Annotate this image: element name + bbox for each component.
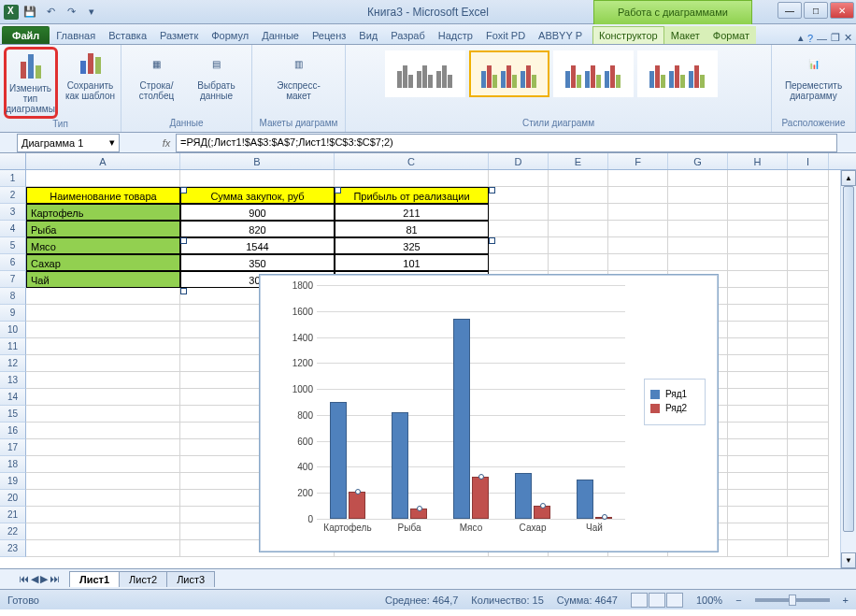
cell[interactable] [728, 254, 788, 271]
cell[interactable] [549, 187, 608, 204]
cell[interactable] [788, 523, 829, 540]
column-header[interactable]: C [335, 153, 489, 169]
row-header[interactable]: 16 [0, 423, 26, 439]
cell[interactable] [788, 221, 829, 237]
cell[interactable] [26, 423, 180, 439]
cell[interactable] [788, 507, 829, 523]
tab-конструктор[interactable]: Конструктор [592, 26, 664, 44]
cell[interactable] [608, 170, 668, 187]
tab-file[interactable]: Файл [2, 26, 50, 44]
bar-Ряд2[interactable] [472, 477, 489, 519]
cell[interactable] [788, 271, 829, 288]
cell[interactable] [728, 322, 788, 338]
cell[interactable] [180, 170, 335, 187]
zoom-in-button[interactable]: + [843, 595, 849, 606]
cell[interactable] [788, 490, 829, 507]
bar-group[interactable] [378, 285, 440, 519]
column-header[interactable]: D [489, 153, 549, 169]
cell[interactable] [668, 204, 728, 221]
chart-layouts-button[interactable]: ▥ Экспресс-макет [272, 47, 326, 103]
cell[interactable] [668, 170, 728, 187]
sheet-tab[interactable]: Лист1 [69, 571, 120, 587]
chevron-down-icon[interactable]: ▾ [109, 136, 115, 149]
cell[interactable] [26, 338, 180, 355]
cell[interactable] [26, 355, 180, 372]
cell[interactable] [26, 305, 180, 322]
cell[interactable] [668, 237, 728, 254]
cell[interactable] [335, 170, 489, 187]
row-header[interactable]: 12 [0, 355, 26, 372]
sheet-nav-last-icon[interactable]: ⏭ [50, 573, 60, 585]
tab-abbyy p[interactable]: ABBYY P [532, 26, 589, 44]
cell[interactable]: 350 [180, 254, 335, 271]
cell[interactable] [549, 221, 608, 237]
cell[interactable] [788, 338, 829, 355]
cell[interactable] [26, 170, 180, 187]
cell[interactable] [728, 204, 788, 221]
selection-handle[interactable] [180, 187, 187, 193]
minimize-ribbon-icon[interactable]: ▴ [798, 32, 804, 44]
tab-надстр[interactable]: Надстр [432, 26, 479, 44]
page-layout-view-button[interactable] [649, 593, 665, 608]
sheet-nav-first-icon[interactable]: ⏮ [19, 573, 29, 585]
chart-style-item[interactable] [385, 50, 465, 97]
row-header[interactable]: 15 [0, 406, 26, 423]
cell[interactable]: 900 [180, 204, 335, 221]
cell[interactable]: 820 [180, 221, 335, 237]
scroll-down-button[interactable]: ▼ [841, 552, 856, 568]
cell[interactable] [26, 540, 180, 557]
cell[interactable] [788, 288, 829, 305]
row-header[interactable]: 17 [0, 439, 26, 456]
row-header[interactable]: 14 [0, 389, 26, 406]
cell[interactable] [728, 338, 788, 355]
selection-handle[interactable] [489, 187, 495, 193]
row-header[interactable]: 13 [0, 372, 26, 389]
cell[interactable] [788, 439, 829, 456]
doc-restore-icon[interactable]: ❐ [831, 32, 840, 44]
cell[interactable] [788, 170, 829, 187]
help-icon[interactable]: ? [807, 33, 813, 44]
page-break-view-button[interactable] [666, 593, 683, 608]
scroll-thumb[interactable] [843, 186, 854, 532]
chart-legend[interactable]: Ряд1 Ряд2 [644, 379, 706, 425]
save-as-template-button[interactable]: Сохранить как шаблон [64, 47, 118, 103]
switch-row-column-button[interactable]: ▦ Строка/столбец [130, 47, 184, 103]
cell[interactable]: Мясо [26, 237, 180, 254]
cell[interactable]: 101 [335, 254, 489, 271]
cell[interactable] [728, 523, 788, 540]
cell[interactable] [489, 221, 549, 237]
cell[interactable] [608, 254, 668, 271]
row-header[interactable]: 21 [0, 507, 26, 523]
row-header[interactable]: 1 [0, 170, 26, 187]
cell[interactable] [728, 473, 788, 490]
row-header[interactable]: 19 [0, 473, 26, 490]
legend-item[interactable]: Ряд1 [650, 389, 699, 399]
maximize-button[interactable]: □ [804, 2, 828, 19]
worksheet-grid[interactable]: ABCDEFGHI 12Наименование товараСумма зак… [0, 153, 856, 568]
cell[interactable] [668, 254, 728, 271]
row-header[interactable]: 4 [0, 221, 26, 237]
row-header[interactable]: 6 [0, 254, 26, 271]
cell[interactable] [728, 490, 788, 507]
column-header[interactable]: H [728, 153, 788, 169]
tab-реценз[interactable]: Реценз [306, 26, 352, 44]
cell[interactable] [608, 237, 668, 254]
cell[interactable] [728, 423, 788, 439]
cell[interactable] [728, 456, 788, 473]
cell[interactable] [668, 221, 728, 237]
cell[interactable] [788, 540, 829, 557]
bar-Ряд1[interactable] [392, 412, 408, 519]
selection-handle[interactable] [335, 187, 341, 193]
cell[interactable]: Сумма закупок, руб [180, 187, 335, 204]
cell[interactable] [489, 204, 549, 221]
cell[interactable] [26, 322, 180, 338]
row-header[interactable]: 9 [0, 305, 26, 322]
bar-Ряд2[interactable] [410, 509, 427, 519]
undo-icon[interactable]: ↶ [41, 3, 60, 21]
cell[interactable]: Картофель [26, 204, 180, 221]
tab-foxit pd[interactable]: Foxit PD [479, 26, 532, 44]
cell[interactable] [549, 254, 608, 271]
close-button[interactable]: ✕ [830, 2, 854, 19]
bar-Ряд2[interactable] [349, 492, 365, 519]
cell[interactable] [728, 389, 788, 406]
